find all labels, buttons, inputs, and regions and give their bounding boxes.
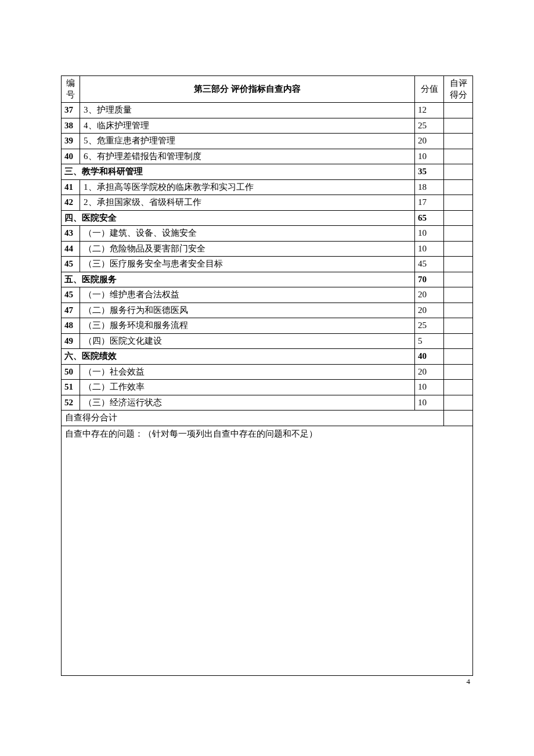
section-score: 70 [415,272,444,287]
row-content: （一）维护患者合法权益 [80,287,415,303]
table-row: 373、护理质量12 [62,103,473,118]
row-id: 45 [62,287,80,303]
row-self-score [444,241,473,257]
row-id: 37 [62,103,80,118]
row-score: 12 [415,103,444,118]
notes-label: 自查中存在的问题：（针对每一项列出自查中存在的问题和不足） [62,426,473,675]
table-row: 406、有护理差错报告和管理制度10 [62,149,473,164]
section-label: 四、医院安全 [62,210,415,226]
section-self-score [444,210,473,226]
table-row: 四、医院安全65 [62,210,473,226]
table-row: 51（二）工作效率10 [62,380,473,395]
row-content: 5、危重症患者护理管理 [80,134,415,149]
table-row: 52（三）经济运行状态10 [62,395,473,411]
row-self-score [444,103,473,118]
total-self-score [444,411,473,426]
table-row: 45（一）维护患者合法权益20 [62,287,473,303]
header-id: 编号 [62,76,80,103]
row-self-score [444,395,473,411]
row-score: 5 [415,333,444,349]
row-id: 43 [62,226,80,242]
row-id: 47 [62,303,80,318]
page-number: 4 [467,677,471,686]
table-row: 411、承担高等医学院校的临床教学和实习工作18 [62,179,473,195]
row-self-score [444,318,473,334]
row-score: 10 [415,226,444,242]
header-score: 分值 [415,76,444,103]
row-content: （二）服务行为和医德医风 [80,303,415,318]
row-id: 41 [62,179,80,195]
table-row: 422、承担国家级、省级科研工作17 [62,195,473,211]
header-content: 第三部分 评价指标自查内容 [80,76,415,103]
row-score: 10 [415,380,444,395]
row-score: 25 [415,118,444,134]
section-label: 五、医院服务 [62,272,415,287]
row-id: 42 [62,195,80,211]
row-content: （二）工作效率 [80,380,415,395]
section-self-score [444,272,473,287]
row-score: 17 [415,195,444,211]
row-content: （一）建筑、设备、设施安全 [80,226,415,242]
row-score: 20 [415,134,444,149]
table-row: 395、危重症患者护理管理20 [62,134,473,149]
row-score: 10 [415,241,444,257]
row-content: （三）服务环境和服务流程 [80,318,415,334]
row-self-score [444,149,473,164]
row-content: （三）医疗服务安全与患者安全目标 [80,257,415,272]
total-row: 自查得分合计 [62,411,473,426]
row-score: 18 [415,179,444,195]
row-self-score [444,118,473,134]
row-self-score [444,303,473,318]
row-id: 45 [62,257,80,272]
row-score: 20 [415,364,444,380]
table-row: 五、医院服务70 [62,272,473,287]
table-row: 43（一）建筑、设备、设施安全10 [62,226,473,242]
row-content: 3、护理质量 [80,103,415,118]
section-score: 35 [415,164,444,180]
row-self-score [444,226,473,242]
row-id: 40 [62,149,80,164]
header-self: 自评得分 [444,76,473,103]
row-self-score [444,364,473,380]
row-content: 2、承担国家级、省级科研工作 [80,195,415,211]
row-content: （二）危险物品及要害部门安全 [80,241,415,257]
row-id: 50 [62,364,80,380]
row-self-score [444,179,473,195]
total-label: 自查得分合计 [62,411,444,426]
table-row: 384、临床护理管理25 [62,118,473,134]
table-row: 45（三）医疗服务安全与患者安全目标45 [62,257,473,272]
row-id: 51 [62,380,80,395]
row-content: （三）经济运行状态 [80,395,415,411]
row-content: 6、有护理差错报告和管理制度 [80,149,415,164]
section-score: 65 [415,210,444,226]
row-score: 20 [415,303,444,318]
row-self-score [444,333,473,349]
row-content: （四）医院文化建设 [80,333,415,349]
table-header-row: 编号 第三部分 评价指标自查内容 分值 自评得分 [62,76,473,103]
row-content: （一）社会效益 [80,364,415,380]
table-row: 六、医院绩效40 [62,349,473,365]
section-self-score [444,349,473,365]
table-row: 48（三）服务环境和服务流程25 [62,318,473,334]
section-self-score [444,164,473,180]
row-self-score [444,257,473,272]
evaluation-table: 编号 第三部分 评价指标自查内容 分值 自评得分 373、护理质量12384、临… [61,75,473,676]
section-score: 40 [415,349,444,365]
table-row: 50（一）社会效益20 [62,364,473,380]
row-score: 25 [415,318,444,334]
row-id: 44 [62,241,80,257]
row-id: 52 [62,395,80,411]
section-label: 三、教学和科研管理 [62,164,415,180]
row-score: 45 [415,257,444,272]
row-id: 38 [62,118,80,134]
row-self-score [444,195,473,211]
table-row: 44（二）危险物品及要害部门安全10 [62,241,473,257]
table-row: 49（四）医院文化建设5 [62,333,473,349]
row-self-score [444,134,473,149]
table-row: 47（二）服务行为和医德医风20 [62,303,473,318]
section-label: 六、医院绩效 [62,349,415,365]
row-id: 49 [62,333,80,349]
notes-row: 自查中存在的问题：（针对每一项列出自查中存在的问题和不足） [62,426,473,675]
row-score: 20 [415,287,444,303]
row-self-score [444,287,473,303]
